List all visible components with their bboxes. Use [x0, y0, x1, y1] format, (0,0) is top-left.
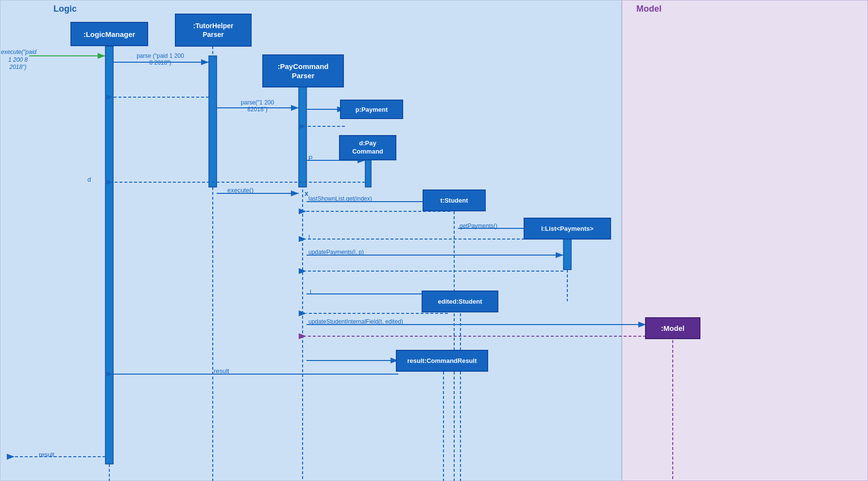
lifeline-dpaycommand: d:PayCommand — [339, 135, 396, 160]
d-label: d — [87, 176, 91, 183]
lifeline-tstudent: t:Student — [423, 189, 486, 211]
result1-label: result — [214, 367, 229, 375]
parse2-label: parse("1 20082018") — [219, 99, 296, 113]
lifeline-logicmanager: :LogicManager — [70, 22, 148, 46]
lifeline-tutorparser: :TutorHelperParser — [175, 14, 252, 47]
lifeline-editedstudent: edited:Student — [422, 291, 498, 312]
lifeline-model: :Model — [645, 317, 700, 339]
lifeline-resultcmd: result:CommandResult — [396, 350, 488, 372]
result2-label: result — [39, 451, 54, 458]
updatePayments-label: updatePayments(l, p) — [308, 249, 364, 256]
updateInternal-label: updateStudentInternalField(t, edited) — [308, 318, 403, 325]
region-model — [622, 0, 868, 481]
execute-label: execute() — [227, 187, 254, 194]
diagram-container: Logic Model — [0, 0, 868, 481]
lifeline-payparser: :PayCommandParser — [262, 54, 344, 87]
parse1-label: parse ("paid 1 2008 2018") — [117, 52, 204, 67]
execute-call-label: execute("paid 1 200 82018") — [1, 49, 35, 71]
lastShown-label: lastShownList.get(index) — [308, 195, 372, 202]
getPayments-label: getPayments() — [460, 223, 497, 229]
P-label: P — [308, 155, 313, 162]
lifeline-ppayment: p:Payment — [340, 100, 403, 119]
label-logic: Logic — [53, 4, 77, 14]
l2-label: l — [310, 288, 311, 295]
l-return-label: l — [308, 233, 310, 240]
lifeline-llist: l:List<Payments> — [524, 218, 611, 240]
label-model: Model — [636, 4, 662, 14]
